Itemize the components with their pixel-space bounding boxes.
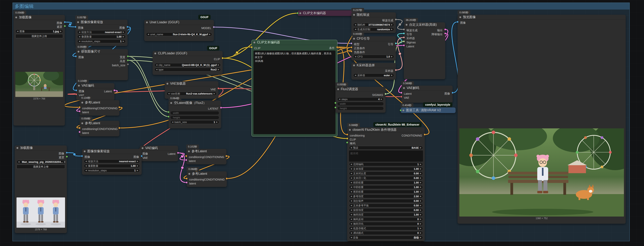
collapse-dot-icon[interactable] [166,83,168,84]
node-header[interactable]: 图像按像素缩放 [76,20,128,25]
combo-left-arrow[interactable]: ◀ [85,170,87,171]
combo-right-arrow[interactable]: ▶ [420,204,422,206]
collapse-dot-icon[interactable] [142,147,144,149]
input-port[interactable] [185,155,187,157]
combo-left-arrow[interactable]: ◀ [350,214,352,216]
widget-CFG[interactable]: ◀CFG1.0▶ [353,55,394,58]
node-header[interactable]: CFG引导 [351,36,396,41]
collapse-dot-icon[interactable] [402,110,404,111]
node-header[interactable]: 参考Latent [186,171,227,176]
output-port[interactable] [127,63,129,65]
combo-left-arrow[interactable]: ◀ [350,168,352,170]
combo-left-arrow[interactable]: ◀ [355,28,356,30]
input-port[interactable] [350,42,352,44]
combo-right-arrow[interactable]: ▶ [420,191,422,193]
combo-left-arrow[interactable]: ◀ [350,196,352,197]
node-random-noise[interactable]: 随机噪波噪波生成◀随机种377233908674574▶◀生成后控制random… [351,12,396,33]
combo-right-arrow[interactable]: ▶ [420,172,422,174]
collapse-dot-icon[interactable] [81,122,83,124]
output-port[interactable] [336,46,338,48]
node-header[interactable]: 自定义采样器(高级) [404,22,445,27]
node-header[interactable]: CLIP文本编码器 [298,10,358,16]
widget-像素数量[interactable]: ◀像素数量1.00▶ [77,35,126,38]
node-header[interactable]: 参考Latent [186,149,226,154]
input-port[interactable] [403,32,405,34]
combo-left-arrow[interactable]: ◀ [350,218,352,220]
combo-left-arrow[interactable]: ◀ [85,160,87,162]
node-image-scale-2[interactable]: 图像按像素缩放图像图像◀缩放方法nearest-exact▶◀像素数量1.00▶… [82,149,142,175]
node-load-image-2[interactable]: 加载图像图像遮罩◀Man_wearing_pig_20260318204...▶… [15,146,67,233]
output-port[interactable] [395,18,397,20]
node-closerai-flux2klein-enhancer[interactable]: closerAI Flux2Klein 条件增强器conditioningCON… [347,128,425,241]
input-port[interactable] [168,116,170,118]
widget-steps[interactable]: ◀steps4▶ [337,97,384,101]
widget-input-height[interactable]: height [170,116,219,120]
widget-生成后控制[interactable]: ◀生成后控制randomize▶ [353,28,394,31]
collapse-dot-icon[interactable] [81,102,83,104]
node-layer-utility-purge-vram[interactable]: 图层工具: 清除VRAM V2 [401,108,456,113]
combo-right-arrow[interactable]: ▶ [137,170,138,171]
collapse-dot-icon[interactable] [15,16,17,18]
node-header[interactable]: VAE加载器 [165,81,218,86]
combo-right-arrow[interactable]: ▶ [420,228,422,229]
widget-文本归一化[interactable]: ◀文本归一化0.00▶ [349,176,423,180]
node-header[interactable]: VAE解码 [401,86,452,90]
combo-left-arrow[interactable]: ◀ [350,164,352,165]
node-load-image-1[interactable]: 加载图像图像遮罩◀图像1.jpg▶选择文件上传 1576 × 768 [14,15,65,126]
collapse-dot-icon[interactable] [406,24,408,26]
output-port[interactable] [395,69,397,71]
input-port[interactable] [78,127,80,129]
widget-value[interactable]: ◀Man_wearing_pig_20260318204...▶ [16,160,65,164]
combo-right-arrow[interactable]: ▶ [420,186,422,188]
node-header[interactable]: 参考Latent [80,100,119,105]
combo-right-arrow[interactable]: ▶ [420,218,422,220]
node-header[interactable]: 预览图像 [458,15,626,20]
collapse-dot-icon[interactable] [78,85,80,86]
collapse-dot-icon[interactable] [154,52,156,54]
combo-right-arrow[interactable]: ▶ [64,161,66,163]
widget-文本强度[interactable]: ◀文本强度1.00▶ [349,167,423,171]
combo-left-arrow[interactable]: ◀ [156,64,157,66]
combo-left-arrow[interactable]: ◀ [350,209,352,211]
combo-right-arrow[interactable]: ▶ [214,93,215,94]
node-image-scale-1[interactable]: 图像按像素缩放图像图像◀缩放方法nearest-exact▶◀像素数量1.00▶… [76,20,128,46]
combo-right-arrow[interactable]: ▶ [216,121,218,123]
combo-right-arrow[interactable]: ▶ [209,34,210,35]
input-port[interactable] [78,131,80,133]
output-port[interactable] [126,26,128,28]
widget-启用编码[interactable]: ◀启用编码1▶ [349,162,423,166]
widget-batch_size[interactable]: ◀batch_size1▶ [170,120,219,124]
output-port[interactable] [118,127,120,129]
combo-left-arrow[interactable]: ◀ [339,98,340,100]
widget-图像[interactable]: ◀图像1.jpg▶ [15,30,63,33]
combo-right-arrow[interactable]: ▶ [420,200,422,202]
combo-right-arrow[interactable]: ▶ [420,177,422,179]
input-port[interactable] [75,93,77,95]
node-header[interactable]: 加载图像 [15,146,67,150]
combo-left-arrow[interactable]: ◀ [79,36,80,38]
collapse-dot-icon[interactable] [353,64,355,66]
input-port[interactable] [168,111,170,113]
widget-input-width[interactable]: width [170,111,219,115]
output-port[interactable] [226,178,228,180]
collapsed-input-port[interactable] [297,12,298,14]
combo-right-arrow[interactable]: ▶ [391,56,392,58]
output-port[interactable] [452,92,454,94]
input-port[interactable] [78,106,80,108]
output-port[interactable] [218,87,220,89]
widget-resolution_steps[interactable]: ◀resolution_steps1▶ [84,168,140,172]
node-get-image-size[interactable]: 获取图像尺寸图像宽度高度batch_size [76,49,128,80]
collapse-dot-icon[interactable] [188,173,190,175]
output-port[interactable] [395,42,397,44]
upload-button[interactable]: 选择文件上传 [16,164,65,169]
combo-right-arrow[interactable]: ▶ [420,209,422,211]
output-port[interactable] [127,59,129,61]
node-flux2-scheduler[interactable]: Flux2调度器SIGMAS◀steps4▶widthheight [336,87,386,113]
combo-right-arrow[interactable]: ▶ [420,237,422,238]
collapse-dot-icon[interactable] [349,129,351,131]
combo-left-arrow[interactable]: ◀ [355,74,356,76]
output-port[interactable] [226,155,228,157]
combo-left-arrow[interactable]: ◀ [350,200,352,202]
widget-参考强度[interactable]: ◀参考强度2.50▶ [349,194,423,198]
combo-left-arrow[interactable]: ◀ [79,31,80,33]
